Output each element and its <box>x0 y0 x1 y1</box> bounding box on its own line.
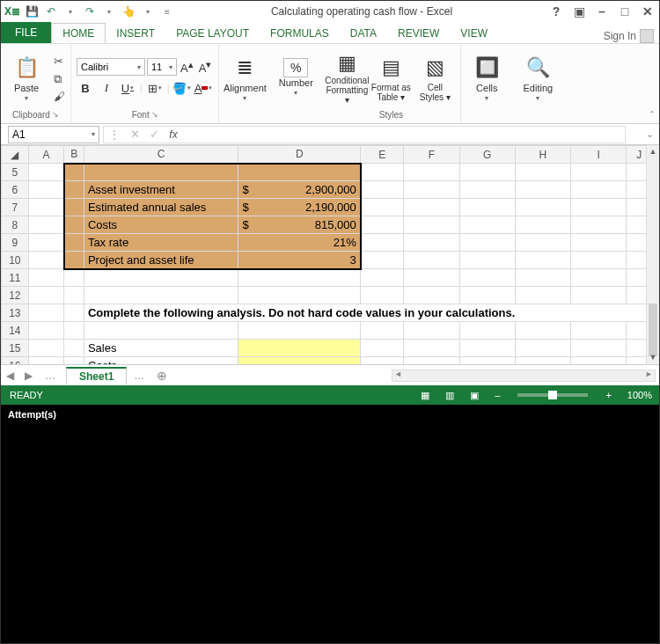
underline-button[interactable]: U▾ <box>119 79 136 97</box>
cell[interactable] <box>515 234 570 252</box>
scroll-thumb[interactable] <box>649 304 657 356</box>
cancel-formula-icon[interactable]: ✕ <box>125 127 144 143</box>
paste-button[interactable]: 📋 Paste ▾ <box>6 50 47 105</box>
cell[interactable]: 21% <box>238 234 361 252</box>
cell[interactable] <box>571 322 627 340</box>
cell[interactable]: $2,190,000 <box>238 199 361 216</box>
row-9-header[interactable]: 9 <box>2 234 29 252</box>
cell[interactable] <box>28 269 64 287</box>
cell[interactable] <box>404 181 459 199</box>
zoom-in-icon[interactable]: + <box>602 390 614 400</box>
row-8-header[interactable]: 8 <box>2 216 29 234</box>
chevron-down-icon[interactable]: ▾ <box>536 94 539 102</box>
editing-button[interactable]: 🔍 Editing ▾ <box>517 50 558 105</box>
number-button[interactable]: % Number ▾ <box>275 50 316 105</box>
cell[interactable] <box>64 322 84 340</box>
tab-data[interactable]: DATA <box>340 24 387 43</box>
tab-formulas[interactable]: FORMULAS <box>260 24 340 43</box>
cell[interactable] <box>28 164 64 181</box>
scroll-down-icon[interactable]: ▼ <box>647 351 659 364</box>
cell[interactable] <box>515 181 570 199</box>
chevron-down-icon[interactable]: ▾ <box>25 94 28 102</box>
col-C-header[interactable]: C <box>84 146 238 164</box>
enter-formula-icon[interactable]: ✓ <box>144 127 164 143</box>
cell[interactable] <box>404 322 459 340</box>
cell[interactable] <box>361 340 404 357</box>
cell[interactable] <box>361 181 404 199</box>
select-all-cell[interactable]: ◢ <box>2 146 29 164</box>
cell[interactable] <box>515 216 570 234</box>
row-5-header[interactable]: 5 <box>2 164 29 181</box>
cell[interactable] <box>238 357 361 365</box>
cell[interactable]: Estimated annual sales <box>84 199 238 216</box>
cell[interactable] <box>238 269 361 287</box>
cell[interactable] <box>404 287 459 304</box>
cell[interactable] <box>404 164 459 181</box>
undo-icon[interactable]: ↶ <box>43 4 59 19</box>
col-A-header[interactable]: A <box>28 146 64 164</box>
chevron-down-icon[interactable]: ▾ <box>485 94 488 102</box>
new-sheet-icon[interactable]: ⊕ <box>151 369 172 383</box>
font-dialog-launcher-icon[interactable]: ↘ <box>151 110 158 119</box>
cell[interactable] <box>459 181 515 199</box>
cell[interactable] <box>84 322 238 340</box>
sheet-nav-next-icon[interactable]: ▶ <box>19 370 38 382</box>
sheet-nav-more-icon[interactable]: … <box>38 370 62 382</box>
cell[interactable] <box>571 287 627 304</box>
cell[interactable] <box>459 340 515 357</box>
cell[interactable] <box>571 269 627 287</box>
italic-button[interactable]: I <box>98 79 115 97</box>
cell[interactable] <box>28 181 64 199</box>
copy-icon[interactable]: ⧉ <box>54 72 65 86</box>
cell[interactable] <box>515 340 570 357</box>
collapse-ribbon-icon[interactable]: ˆ <box>650 110 654 121</box>
cell[interactable] <box>515 164 570 181</box>
cell[interactable] <box>361 216 404 234</box>
cell[interactable] <box>64 357 84 365</box>
cell[interactable] <box>459 216 515 234</box>
tab-review[interactable]: REVIEW <box>387 24 450 43</box>
cell[interactable]: $815,000 <box>238 216 361 234</box>
sheet-nav-prev-icon[interactable]: ◀ <box>1 370 19 382</box>
zoom-out-icon[interactable]: – <box>491 390 503 400</box>
font-name-combo[interactable]: Calibri▾ <box>77 58 145 76</box>
qat-dropdown-3-icon[interactable]: ▾ <box>140 4 156 19</box>
cell[interactable] <box>361 269 404 287</box>
view-normal-icon[interactable]: ▦ <box>417 390 433 401</box>
cell[interactable] <box>459 322 515 340</box>
cell[interactable] <box>64 304 84 322</box>
maximize-icon[interactable]: □ <box>617 4 633 18</box>
cell[interactable] <box>361 199 404 216</box>
horizontal-scrollbar[interactable] <box>392 370 656 382</box>
close-icon[interactable]: ✕ <box>640 4 656 18</box>
cell[interactable] <box>28 234 64 252</box>
cell[interactable] <box>361 322 404 340</box>
minimize-icon[interactable]: – <box>594 4 610 18</box>
sheet-tab-sheet1[interactable]: Sheet1 <box>66 367 127 384</box>
ribbon-display-icon[interactable]: ▣ <box>571 4 587 18</box>
cell[interactable] <box>404 216 459 234</box>
col-G-header[interactable]: G <box>459 146 515 164</box>
cell[interactable] <box>459 234 515 252</box>
cell[interactable] <box>459 287 515 304</box>
cell[interactable] <box>64 234 84 252</box>
cell[interactable] <box>361 287 404 304</box>
tab-home[interactable]: HOME <box>51 23 106 43</box>
cell[interactable] <box>404 269 459 287</box>
redo-icon[interactable]: ↷ <box>82 4 98 19</box>
cell[interactable] <box>28 252 64 269</box>
cell[interactable] <box>571 252 627 269</box>
cell[interactable] <box>64 269 84 287</box>
vertical-scrollbar[interactable]: ▲ ▼ <box>646 145 659 364</box>
cell[interactable] <box>64 181 84 199</box>
cell[interactable]: Costs <box>84 357 238 365</box>
cell[interactable]: Sales <box>84 340 238 357</box>
row-6-header[interactable]: 6 <box>2 181 29 199</box>
expand-formula-bar-icon[interactable]: ⌄ <box>643 128 656 140</box>
cell[interactable] <box>84 164 238 181</box>
save-icon[interactable]: 💾 <box>24 4 40 19</box>
cell[interactable] <box>515 287 570 304</box>
cell[interactable] <box>459 357 515 365</box>
cell[interactable] <box>238 340 361 357</box>
cell[interactable]: Tax rate <box>84 234 238 252</box>
